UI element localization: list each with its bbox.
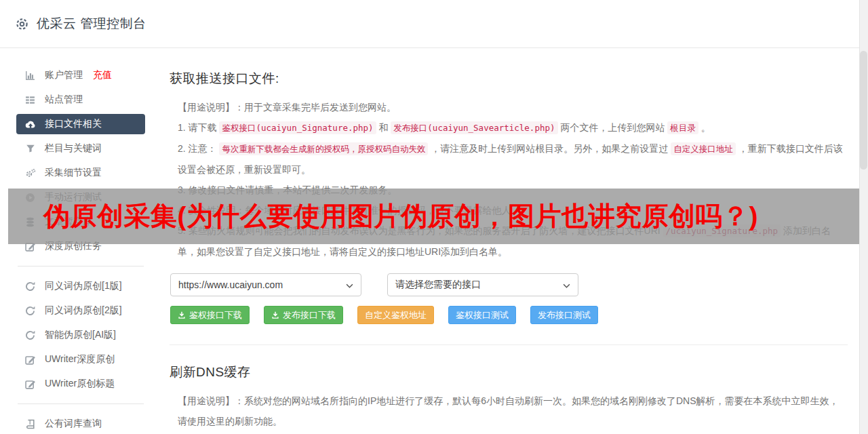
site-select-value: https://www.ucaiyun.com — [178, 279, 283, 290]
sidebar-item-label: 站点管理 — [45, 94, 83, 106]
sidebar-item-public-lexicon-query[interactable]: 公有词库查询 — [16, 412, 145, 434]
section-title-interface: 获取推送接口文件: — [170, 70, 848, 87]
section-title-dns: 刷新DNS缓存 — [170, 363, 848, 381]
sidebar-item-label: UWriter原创标题 — [45, 378, 115, 390]
custom-auth-address-button[interactable]: 自定义鉴权地址 — [357, 306, 434, 324]
app-title: 优采云 管理控制台 — [37, 15, 146, 33]
sidebar-item-label: UWriter深度原创 — [45, 353, 115, 366]
sidebar-item-label: 公有词库查询 — [45, 418, 102, 430]
button-label: 鉴权接口测试 — [456, 309, 509, 321]
sidebar-item-site-management[interactable]: 站点管理 — [16, 87, 145, 112]
sidebar-item-label: 采集细节设置 — [45, 167, 102, 179]
section-divider — [170, 344, 848, 345]
instruction-text: 1. 请下载 — [178, 122, 219, 133]
button-label: 自定义鉴权地址 — [365, 309, 427, 321]
bar-chart-icon — [24, 71, 36, 81]
button-label: 发布接口下载 — [283, 309, 336, 321]
button-row: 鉴权接口下载发布接口下载自定义鉴权地址鉴权接口测试发布接口测试 — [170, 306, 848, 324]
chevron-down-icon — [563, 279, 570, 290]
edit-icon — [24, 355, 36, 365]
instruction-text: 两个文件，上传到您网站 — [558, 122, 668, 133]
refresh-icon — [24, 281, 36, 292]
button-label: 发布接口测试 — [538, 309, 591, 321]
sidebar-item-columns-keywords[interactable]: 栏目与关键词 — [16, 136, 145, 161]
recharge-link[interactable]: 充值 — [93, 69, 112, 81]
sidebar-item-label: 栏目与关键词 — [45, 142, 102, 155]
book-icon — [24, 419, 36, 429]
sidebar-item-uwriter-original-title[interactable]: UWriter原创标题 — [16, 372, 145, 396]
instruction-line: 1. 请下载 鉴权接口(ucaiyun_Signature.php) 和 发布接… — [170, 117, 848, 138]
gears-icon — [24, 168, 36, 178]
code-snippet: 自定义接口地址 — [671, 142, 736, 155]
banner-text: 伪原创采集(为什么要使用图片伪原创，图片也讲究原创吗？) — [43, 198, 758, 235]
dns-usage-note: 【用途说明】：系统对您的网站域名所指向的IP地址进行了缓存，默认每6小时自动刷新… — [170, 391, 848, 431]
sidebar-item-collection-details[interactable]: 采集细节设置 — [16, 161, 145, 185]
sidebar-item-label: 同义词伪原创[1版] — [45, 280, 122, 292]
instruction-text: ，请注意及时上传到网站根目录。另外，如果之前设置过 — [428, 143, 671, 154]
scrollbar-thumb[interactable] — [860, 51, 867, 170]
sidebar-item-label: 同义词伪原创[2版] — [45, 304, 122, 317]
publish-test-button[interactable]: 发布接口测试 — [530, 306, 598, 324]
publish-download-button[interactable]: 发布接口下载 — [264, 306, 343, 324]
sidebar-item-ai-rewrite[interactable]: 智能伪原创[AI版] — [16, 323, 145, 347]
sidebar-item-label: 账户管理 — [45, 69, 83, 81]
interface-select[interactable]: 请选择您需要的接口 — [387, 273, 578, 296]
download-icon — [271, 311, 279, 319]
sidebar-item-uwriter-deep-original[interactable]: UWriter深度原创 — [16, 347, 145, 372]
sidebar-item-label: 智能伪原创[AI版] — [45, 329, 116, 341]
code-snippet: 发布接口(ucaiyun_Savearticle.php) — [391, 121, 557, 134]
gear-icon — [15, 17, 29, 31]
list-icon — [24, 95, 36, 105]
sidebar-divider — [18, 266, 144, 267]
instruction-text: 和 — [376, 122, 391, 133]
instruction-text: 。 — [698, 122, 711, 133]
sidebar-item-label: 接口文件相关 — [45, 118, 102, 130]
interface-select-value: 请选择您需要的接口 — [395, 279, 481, 291]
app-header: 优采云 管理控制台 — [0, 0, 868, 48]
sidebar-item-synonym-rewrite-v2[interactable]: 同义词伪原创[2版] — [16, 298, 145, 323]
button-label: 鉴权接口下载 — [189, 309, 242, 321]
download-icon — [178, 311, 186, 319]
chevron-down-icon — [346, 279, 353, 290]
cloud-upload-icon — [24, 120, 36, 129]
refresh-icon — [24, 306, 36, 316]
instruction-line: 2. 注意： 每次重新下载都会生成新的授权码，原授权码自动失效 ，请注意及时上传… — [170, 138, 848, 180]
site-select[interactable]: https://www.ucaiyun.com — [170, 273, 361, 296]
code-snippet: 每次重新下载都会生成新的授权码，原授权码自动失效 — [219, 142, 428, 155]
sidebar-item-synonym-rewrite-v1[interactable]: 同义词伪原创[1版] — [16, 274, 145, 298]
sidebar-item-interface-files[interactable]: 接口文件相关 — [16, 114, 145, 134]
edit-icon — [24, 379, 36, 389]
instruction-text: 2. 注意： — [178, 143, 219, 154]
auth-download-button[interactable]: 鉴权接口下载 — [170, 306, 250, 324]
scrollbar-track[interactable] — [859, 0, 868, 434]
overlay-banner: 伪原创采集(为什么要使用图片伪原创，图片也讲究原创吗？) — [8, 189, 859, 244]
refresh-icon — [24, 330, 36, 340]
sidebar-divider — [18, 403, 144, 404]
controls-row: https://www.ucaiyun.com 请选择您需要的接口 — [170, 273, 848, 296]
auth-test-button[interactable]: 鉴权接口测试 — [448, 306, 516, 324]
code-snippet: 根目录 — [667, 121, 698, 134]
code-snippet: 鉴权接口(ucaiyun_Signature.php) — [219, 121, 376, 134]
filter-icon — [24, 144, 36, 153]
sidebar-item-account-management[interactable]: 账户管理充值 — [16, 63, 145, 87]
sidebar: 账户管理充值站点管理接口文件相关栏目与关键词采集细节设置手动运行测试文章暂存库深… — [16, 63, 145, 434]
usage-note: 【用途说明】：用于文章采集完毕后发送到您网站。 — [170, 97, 848, 117]
